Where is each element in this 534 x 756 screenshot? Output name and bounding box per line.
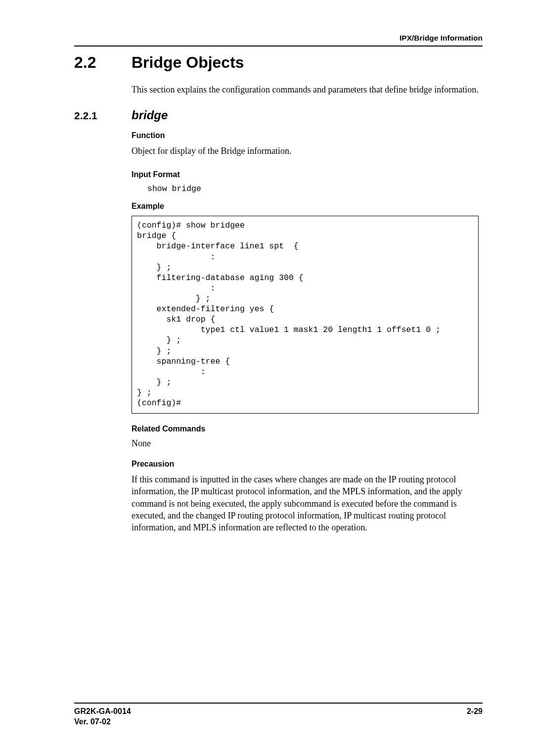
page-footer: GR2K-GA-0014 Ver. 07-02 2-29 bbox=[74, 703, 483, 727]
related-commands-label: Related Commands bbox=[132, 425, 479, 433]
footer-version: Ver. 07-02 bbox=[74, 717, 131, 727]
subsection-body: Function Object for display of the Bridg… bbox=[132, 131, 479, 533]
section-heading: 2.2 Bridge Objects bbox=[74, 53, 483, 72]
body: This section explains the configuration … bbox=[132, 84, 479, 95]
footer-left: GR2K-GA-0014 Ver. 07-02 bbox=[74, 707, 131, 727]
example-label: Example bbox=[132, 202, 479, 211]
input-format-label: Input Format bbox=[132, 170, 479, 179]
running-head: IPX/Bridge Information bbox=[74, 34, 483, 43]
function-label: Function bbox=[132, 131, 479, 140]
section-title: Bridge Objects bbox=[132, 53, 244, 72]
example-code-box: (config)# show bridgee bridge { bridge-i… bbox=[132, 216, 479, 414]
footer-row: GR2K-GA-0014 Ver. 07-02 2-29 bbox=[74, 707, 483, 727]
function-text: Object for display of the Bridge informa… bbox=[132, 145, 479, 157]
precaution-label: Precausion bbox=[132, 460, 479, 469]
precaution-text: If this command is inputted in the cases… bbox=[132, 473, 479, 533]
input-format-code: show bridge bbox=[147, 184, 479, 194]
intro-paragraph: This section explains the configuration … bbox=[132, 84, 479, 95]
footer-doc-id: GR2K-GA-0014 bbox=[74, 707, 131, 717]
section-number: 2.2 bbox=[74, 53, 132, 72]
subsection-number: 2.2.1 bbox=[74, 110, 132, 122]
subsection-title: bridge bbox=[132, 108, 168, 122]
page: IPX/Bridge Information 2.2 Bridge Object… bbox=[0, 0, 534, 756]
example-code: (config)# show bridgee bridge { bridge-i… bbox=[137, 220, 473, 408]
top-rule bbox=[74, 46, 483, 47]
footer-page-number: 2-29 bbox=[467, 707, 483, 727]
subsection-heading: 2.2.1 bridge bbox=[74, 108, 483, 122]
footer-rule bbox=[74, 703, 483, 704]
related-commands-text: None bbox=[132, 438, 479, 449]
